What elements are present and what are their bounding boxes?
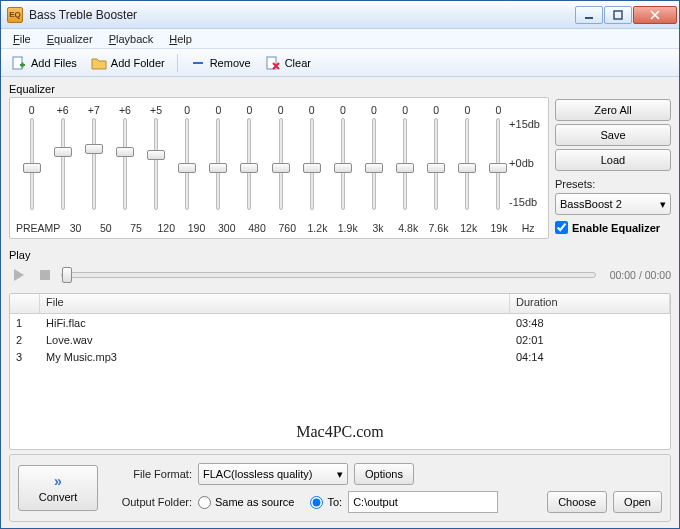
minimize-button[interactable] [575, 6, 603, 24]
eq-band-slider[interactable] [390, 118, 421, 218]
eq-freq-label: 30 [60, 222, 90, 234]
eq-freq-label: 50 [91, 222, 121, 234]
eq-band-slider[interactable] [327, 118, 358, 218]
eq-band-slider[interactable] [78, 118, 109, 218]
presets-value: BassBoost 2 [560, 198, 622, 210]
slider-thumb[interactable] [116, 147, 134, 157]
slider-thumb[interactable] [489, 163, 507, 173]
output-path-input[interactable] [348, 491, 498, 513]
eq-freq-label: 190 [181, 222, 211, 234]
enable-equalizer-label: Enable Equalizer [572, 222, 660, 234]
slider-thumb[interactable] [365, 163, 383, 173]
choose-button[interactable]: Choose [547, 491, 607, 513]
eq-gain-value: +6 [47, 104, 78, 116]
seek-thumb[interactable] [62, 267, 72, 283]
eq-band-slider[interactable] [234, 118, 265, 218]
eq-gain-value: 0 [452, 104, 483, 116]
seek-bar[interactable] [61, 272, 596, 278]
convert-button[interactable]: » Convert [18, 465, 98, 511]
file-format-dropdown[interactable]: FLAC(lossless quality) ▾ [198, 463, 348, 485]
presets-dropdown[interactable]: BassBoost 2 ▾ [555, 193, 671, 215]
enable-equalizer-checkbox[interactable] [555, 221, 568, 234]
eq-band-slider[interactable] [421, 118, 452, 218]
app-window: EQ Bass Treble Booster File Equalizer Pl… [0, 0, 680, 529]
col-duration-header[interactable]: Duration [510, 294, 670, 313]
eq-gain-value: +6 [109, 104, 140, 116]
clear-button[interactable]: Clear [259, 53, 317, 73]
eq-gain-row: 0+6+7+6+500000000000 [16, 104, 542, 116]
file-list-body: 1HiFi.flac03:482Love.wav02:013My Music.m… [10, 314, 670, 365]
chevron-down-icon: ▾ [337, 468, 343, 481]
close-button[interactable] [633, 6, 677, 24]
eq-freq-label: 12k [454, 222, 484, 234]
preamp-slider[interactable] [16, 118, 47, 218]
eq-band-slider[interactable] [109, 118, 140, 218]
slider-thumb[interactable] [85, 144, 103, 154]
add-files-icon [11, 55, 27, 71]
slider-thumb[interactable] [209, 163, 227, 173]
col-num-header[interactable] [10, 294, 40, 313]
add-files-button[interactable]: Add Files [5, 53, 83, 73]
slider-thumb[interactable] [272, 163, 290, 173]
menu-file[interactable]: File [5, 31, 39, 47]
stop-button[interactable] [35, 265, 55, 285]
eq-band-slider[interactable] [47, 118, 78, 218]
remove-icon [190, 55, 206, 71]
file-list-row[interactable]: 1HiFi.flac03:48 [10, 314, 670, 331]
to-label: To: [327, 496, 342, 508]
row-file: Love.wav [40, 334, 510, 346]
file-list-row[interactable]: 3My Music.mp304:14 [10, 348, 670, 365]
slider-thumb[interactable] [303, 163, 321, 173]
col-file-header[interactable]: File [40, 294, 510, 313]
zero-all-button[interactable]: Zero All [555, 99, 671, 121]
eq-band-slider[interactable] [172, 118, 203, 218]
row-num: 1 [10, 317, 40, 329]
svg-rect-1 [614, 11, 622, 19]
slider-thumb[interactable] [334, 163, 352, 173]
slider-thumb[interactable] [23, 163, 41, 173]
eq-band-slider[interactable] [265, 118, 296, 218]
eq-freq-label: 4.8k [393, 222, 423, 234]
slider-thumb[interactable] [54, 147, 72, 157]
same-as-source-radio[interactable] [198, 496, 211, 509]
slider-thumb[interactable] [178, 163, 196, 173]
convert-arrows-icon: » [54, 473, 62, 489]
eq-freq-label: 1.9k [333, 222, 363, 234]
slider-thumb[interactable] [240, 163, 258, 173]
eq-band-slider[interactable] [141, 118, 172, 218]
slider-thumb[interactable] [396, 163, 414, 173]
menu-help[interactable]: Help [161, 31, 200, 47]
load-preset-button[interactable]: Load [555, 149, 671, 171]
open-button[interactable]: Open [613, 491, 662, 513]
output-folder-label: Output Folder: [108, 496, 192, 508]
row-duration: 04:14 [510, 351, 670, 363]
eq-freq-label: 75 [121, 222, 151, 234]
file-format-label: File Format: [108, 468, 192, 480]
eq-gain-value: 0 [390, 104, 421, 116]
eq-band-slider[interactable] [296, 118, 327, 218]
remove-button[interactable]: Remove [184, 53, 257, 73]
menu-playback[interactable]: Playback [101, 31, 162, 47]
eq-freq-label: 120 [151, 222, 181, 234]
menu-equalizer[interactable]: Equalizer [39, 31, 101, 47]
eq-band-slider[interactable] [483, 118, 514, 218]
slider-thumb[interactable] [427, 163, 445, 173]
eq-band-slider[interactable] [203, 118, 234, 218]
equalizer-label: Equalizer [9, 83, 549, 95]
options-button[interactable]: Options [354, 463, 414, 485]
content-area: Equalizer 0+6+7+6+500000000000 +15db +0d… [1, 77, 679, 528]
to-radio[interactable] [310, 496, 323, 509]
file-format-value: FLAC(lossless quality) [203, 468, 312, 480]
eq-freq-label: 480 [242, 222, 272, 234]
play-button[interactable] [9, 265, 29, 285]
slider-thumb[interactable] [147, 150, 165, 160]
file-list-row[interactable]: 2Love.wav02:01 [10, 331, 670, 348]
eq-gain-value: 0 [265, 104, 296, 116]
maximize-button[interactable] [604, 6, 632, 24]
save-preset-button[interactable]: Save [555, 124, 671, 146]
slider-thumb[interactable] [458, 163, 476, 173]
add-folder-button[interactable]: Add Folder [85, 53, 171, 73]
eq-band-slider[interactable] [358, 118, 389, 218]
eq-band-slider[interactable] [452, 118, 483, 218]
row-duration: 03:48 [510, 317, 670, 329]
